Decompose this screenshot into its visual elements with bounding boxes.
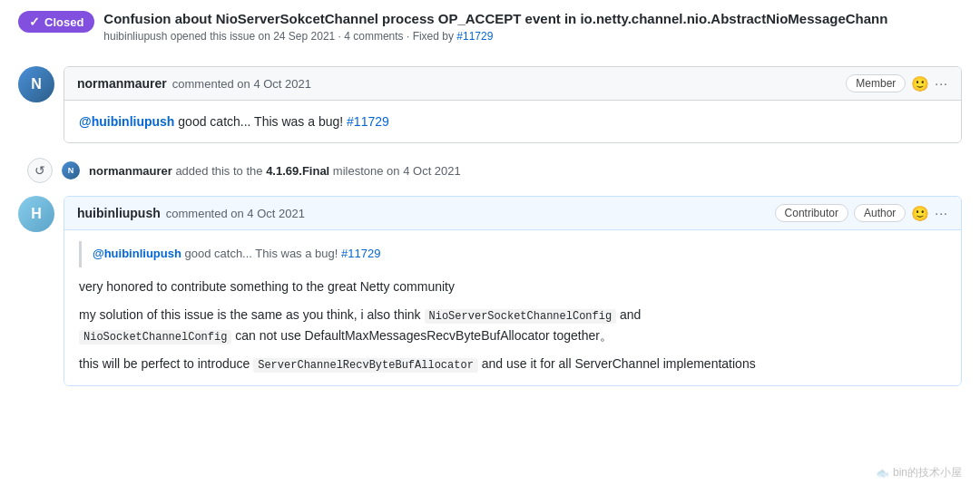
milestone-icon: ↺ [27,158,53,183]
issue-date: 24 Sep 2021 [273,30,335,43]
issue-author: huibinliupush [103,30,167,43]
watermark-text: bin的技术小屋 [893,465,962,480]
issue-meta: huibinliupush opened this issue on 24 Se… [103,30,962,43]
issue-comments-count: 4 comments [344,30,403,43]
milestone-event: ↺ N normanmaurer added this to the 4.1.6… [18,158,962,183]
milestone-name: 4.1.69.Final [266,164,329,178]
para2-mid: and [616,307,641,322]
issue-title: Confusion about NioServerSokcetChannel p… [103,9,962,28]
member-badge: Member [846,74,906,92]
para3-suffix: and use it for all ServerChannel impleme… [478,356,756,371]
fixed-by-link[interactable]: #11729 [456,30,493,43]
author-badge: Author [854,204,906,222]
emoji-button-normanmaurer[interactable]: 🙂 [911,75,929,92]
issue-header: ✓ Closed Confusion about NioServerSokcet… [18,9,962,52]
comment-body-normanmaurer: @huibinliupush good catch... This was a … [64,101,961,142]
milestone-actor-avatar: N [62,161,80,180]
issue-title-block: Confusion about NioServerSokcetChannel p… [103,9,962,43]
para3-code: ServerChannelRecvByteBufAllocator [253,358,478,373]
quote-text: good catch... This was a bug! [181,247,341,260]
comment-body-text-1: good catch... This was a bug! [174,114,347,129]
milestone-suffix: milestone on 4 Oct 2021 [333,164,461,178]
fixed-by-label: Fixed by [413,30,454,43]
comment-body-huibinliupush: @huibinliupush good catch... This was a … [64,230,961,385]
watermark-icon: 🐟 [876,467,889,480]
comment-para-1: very honored to contribute something to … [79,277,946,296]
comment-item-normanmaurer: N normanmaurer commented on 4 Oct 2021 M… [18,66,962,143]
milestone-actor[interactable]: normanmaurer [89,164,172,178]
comment-username-normanmaurer[interactable]: normanmaurer [77,76,167,91]
contributor-badge: Contributor [775,204,848,222]
more-options-normanmaurer[interactable]: ··· [935,76,948,91]
closed-label: Closed [44,15,83,29]
comment-username-huibinliupush[interactable]: huibinliupush [77,206,161,220]
issue-link-11729-1[interactable]: #11729 [347,114,389,129]
comment-box-normanmaurer: normanmaurer commented on 4 Oct 2021 Mem… [64,66,962,143]
page-wrapper: ✓ Closed Confusion about NioServerSokcet… [0,0,980,403]
comment-time-normanmaurer: commented on 4 Oct 2021 [172,77,311,91]
milestone-action: added this to the [175,164,262,178]
para3-prefix: this will be perfect to introduce [79,356,253,371]
comment-header-normanmaurer: normanmaurer commented on 4 Oct 2021 Mem… [64,67,961,101]
more-options-huibinliupush[interactable]: ··· [935,206,948,220]
comment-item-huibinliupush: H huibinliupush commented on 4 Oct 2021 … [18,196,962,386]
comment-para-3: this will be perfect to introduce Server… [79,354,946,374]
milestone-text: normanmaurer added this to the 4.1.69.Fi… [89,164,461,178]
comment-time-huibinliupush: commented on 4 Oct 2021 [166,207,305,220]
para2-suffix: can not use DefaultMaxMessagesRecvByteBu… [231,328,612,343]
avatar-huibinliupush: H [18,196,54,232]
quote-link[interactable]: #11729 [341,247,380,260]
mention-huibinliupush-1[interactable]: @huibinliupush [79,114,174,129]
para2-code2: NioSocketChannelConfig [79,330,231,345]
avatar-normanmaurer: N [18,66,54,102]
comment-para-2: my solution of this issue is the same as… [79,305,946,346]
quote-block: @huibinliupush good catch... This was a … [79,241,946,267]
emoji-button-huibinliupush[interactable]: 🙂 [911,205,929,222]
check-icon: ✓ [29,15,40,29]
comment-thread: N normanmaurer commented on 4 Oct 2021 M… [18,66,962,393]
para2-code1: NioServerSocketChannelConfig [425,309,617,324]
comment-box-huibinliupush: huibinliupush commented on 4 Oct 2021 Co… [64,196,962,386]
para2-prefix: my solution of this issue is the same as… [79,307,425,322]
closed-badge: ✓ Closed [18,11,94,33]
comment-header-huibinliupush: huibinliupush commented on 4 Oct 2021 Co… [64,197,961,230]
milestone-rotate-icon: ↺ [34,163,45,178]
quote-mention[interactable]: @huibinliupush [93,247,181,260]
watermark: 🐟 bin的技术小屋 [876,465,962,480]
